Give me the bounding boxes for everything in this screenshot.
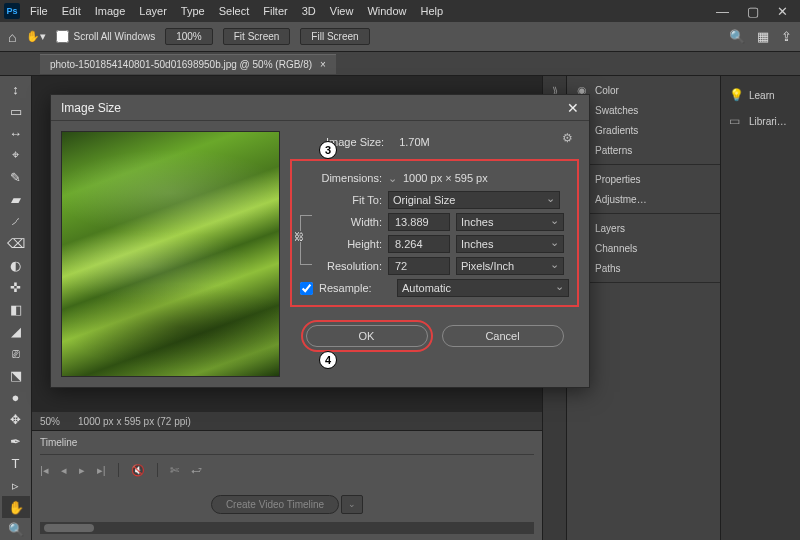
search-icon[interactable]: 🔍 (729, 29, 745, 44)
dialog-close-icon[interactable]: ✕ (567, 100, 579, 116)
divider (118, 463, 119, 477)
callout-4: 4 (319, 351, 337, 369)
fit-to-label: Fit To: (300, 194, 382, 206)
tools-panel: ↕ ▭ ↔ ⌖ ✎ ▰ ⟋ ⌫ ◐ ✜ ◧ ◢ ⎚ ⬔ ● ✥ ✒ T ▹ ✋ … (0, 76, 32, 540)
frame-tool-icon[interactable]: ▰ (2, 188, 30, 210)
type-tool-icon[interactable]: ✒ (2, 430, 30, 452)
fit-to-select[interactable]: Original Size (388, 191, 560, 209)
app-logo: Ps (4, 3, 20, 19)
dimensions-unit-dropdown[interactable]: ⌄ (388, 172, 397, 185)
side-tab-libraries[interactable]: ▭Librari… (721, 108, 800, 134)
home-icon[interactable]: ⌂ (8, 29, 16, 45)
resolution-input[interactable] (388, 257, 450, 275)
menu-filter[interactable]: Filter (263, 5, 287, 17)
workspace-icon[interactable]: ▦ (757, 29, 769, 44)
crop-tool-icon[interactable]: ✎ (2, 166, 30, 188)
dimensions-label: Dimensions: (300, 172, 382, 184)
link-icon[interactable]: ⛓ (294, 231, 304, 242)
side-tab-label: Learn (749, 90, 775, 101)
image-preview[interactable] (61, 131, 280, 377)
fit-screen-button[interactable]: Fit Screen (223, 28, 291, 45)
share-icon[interactable]: ⇪ (781, 29, 792, 44)
resample-label: Resample: (319, 282, 391, 294)
scroll-all-checkbox[interactable] (56, 30, 69, 43)
resolution-unit-select[interactable]: Pixels/Inch (456, 257, 564, 275)
tl-prev-icon[interactable]: ◂ (61, 464, 67, 477)
tl-next-icon[interactable]: ▸| (97, 464, 106, 477)
dimensions-value: 1000 px × 595 px (403, 172, 488, 184)
menu-layer[interactable]: Layer (139, 5, 167, 17)
gradient-tool-icon[interactable]: ⎚ (2, 342, 30, 364)
menu-window[interactable]: Window (367, 5, 406, 17)
main-menu: File Edit Image Layer Type Select Filter… (30, 5, 443, 17)
stamp-tool-icon[interactable]: ✜ (2, 276, 30, 298)
libraries-icon: ▭ (729, 114, 743, 128)
tl-mute-icon[interactable]: 🔇 (131, 464, 145, 477)
blur-tool-icon[interactable]: ⬔ (2, 364, 30, 386)
status-zoom[interactable]: 50% (40, 416, 60, 427)
move-tool-icon[interactable]: ↕ (2, 78, 30, 100)
history-brush-tool-icon[interactable]: ◧ (2, 298, 30, 320)
panel-label: Gradients (595, 125, 638, 136)
path-tool-icon[interactable]: T (2, 452, 30, 474)
hand-tool-icon[interactable]: ✋ (2, 496, 30, 518)
timeline-mode-dropdown[interactable]: ⌄ (341, 495, 363, 514)
resample-checkbox[interactable] (300, 282, 313, 295)
hand-icon[interactable]: ✋▾ (26, 30, 46, 43)
image-size-value: 1.70M (399, 136, 430, 148)
height-unit-select[interactable]: Inches (456, 235, 564, 253)
ok-button[interactable]: OK (306, 325, 428, 347)
tl-play-icon[interactable]: ▸ (79, 464, 85, 477)
timeline-scrollbar[interactable] (40, 522, 534, 534)
brush-tool-icon[interactable]: ◐ (2, 254, 30, 276)
scroll-all-windows-check[interactable]: Scroll All Windows (56, 30, 155, 43)
zoom-level-button[interactable]: 100% (165, 28, 213, 45)
panel-label: Color (595, 85, 619, 96)
fill-screen-button[interactable]: Fill Screen (300, 28, 369, 45)
width-label: Width: (318, 216, 382, 228)
width-unit-select[interactable]: Inches (456, 213, 564, 231)
width-input[interactable] (388, 213, 450, 231)
side-tab-learn[interactable]: 💡Learn (721, 82, 800, 108)
create-video-timeline-button[interactable]: Create Video Timeline (211, 495, 339, 514)
tab-close-icon[interactable]: × (320, 59, 326, 70)
scrollbar-thumb[interactable] (44, 524, 94, 532)
cancel-button[interactable]: Cancel (442, 325, 564, 347)
menu-select[interactable]: Select (219, 5, 250, 17)
status-dimensions: 1000 px x 595 px (72 ppi) (78, 416, 191, 427)
menu-type[interactable]: Type (181, 5, 205, 17)
gear-icon[interactable]: ⚙ (562, 131, 573, 145)
resolution-label: Resolution: (300, 260, 382, 272)
window-minimize-icon[interactable]: — (716, 4, 729, 19)
menu-3d[interactable]: 3D (302, 5, 316, 17)
menu-file[interactable]: File (30, 5, 48, 17)
resample-select[interactable]: Automatic (397, 279, 569, 297)
panel-label: Swatches (595, 105, 638, 116)
dialog-title: Image Size (61, 101, 121, 115)
shape-tool-icon[interactable]: ▹ (2, 474, 30, 496)
menu-edit[interactable]: Edit (62, 5, 81, 17)
pen-tool-icon[interactable]: ✥ (2, 408, 30, 430)
zoom-tool-icon[interactable]: 🔍 (2, 518, 30, 540)
menu-help[interactable]: Help (421, 5, 444, 17)
timeline-panel: Timeline |◂ ◂ ▸ ▸| 🔇 ✄ ⮐ Create Video Ti… (32, 430, 542, 540)
marquee-tool-icon[interactable]: ▭ (2, 100, 30, 122)
tl-transition-icon[interactable]: ⮐ (191, 464, 202, 476)
document-tab[interactable]: photo-1501854140801-50d01698950b.jpg @ 5… (40, 54, 336, 74)
lasso-tool-icon[interactable]: ↔ (2, 122, 30, 144)
tl-first-icon[interactable]: |◂ (40, 464, 49, 477)
height-input[interactable] (388, 235, 450, 253)
dodge-tool-icon[interactable]: ● (2, 386, 30, 408)
window-close-icon[interactable]: ✕ (777, 4, 788, 19)
menu-view[interactable]: View (330, 5, 354, 17)
menu-image[interactable]: Image (95, 5, 126, 17)
tl-cut-icon[interactable]: ✄ (170, 464, 179, 477)
selection-tool-icon[interactable]: ⌖ (2, 144, 30, 166)
panel-label: Patterns (595, 145, 632, 156)
eyedropper-tool-icon[interactable]: ⟋ (2, 210, 30, 232)
heal-tool-icon[interactable]: ⌫ (2, 232, 30, 254)
timeline-title[interactable]: Timeline (40, 435, 534, 455)
eraser-tool-icon[interactable]: ◢ (2, 320, 30, 342)
panel-label: Paths (595, 263, 621, 274)
window-maximize-icon[interactable]: ▢ (747, 4, 759, 19)
